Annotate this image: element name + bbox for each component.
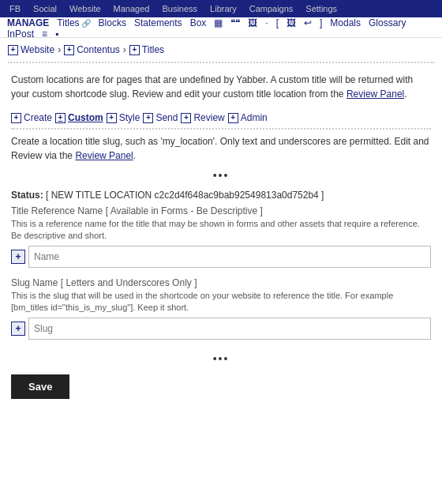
subtab-send[interactable]: + Send [143,112,178,123]
breadcrumb-titles[interactable]: + Titles [129,44,164,55]
separator-2 [11,128,431,130]
slug-label: Slug Name [ Letters and Underscores Only… [11,277,431,288]
slug-desc: This is the slug that will be used in th… [11,290,431,314]
nav2-titles[interactable]: Titles 🔗 [53,17,94,28]
plus-icon-style: + [107,113,117,123]
title-ref-section: Title Reference Name [ Available in Form… [11,205,431,268]
subtab-review[interactable]: + Review [181,112,224,123]
nav-item-managed[interactable]: Managed [107,4,156,13]
plus-icon-create: + [11,113,21,123]
nav2-bracket-open: [ [272,17,283,28]
second-nav: MANAGE Titles 🔗 Blocks Statements Box ▦ … [0,17,442,38]
plus-icon-titles: + [129,45,140,55]
section-description: Create a location title slug, such as 'm… [11,134,431,163]
title-ref-label: Title Reference Name [ Available in Form… [11,205,431,216]
save-btn-row: Save [11,368,431,412]
subtab-style[interactable]: + Style [107,112,140,123]
nav2-box[interactable]: Box [186,17,211,28]
subtab-custom[interactable]: + Custom [55,112,103,123]
ellipsis-2: ••• [11,349,431,368]
nav2-undo: ↩ [300,17,316,28]
sub-tabs: + Create + Custom + Style + Send + Revie… [11,107,431,125]
breadcrumb: + Website › + Contentus › + Titles [0,38,442,58]
nav2-inpost[interactable]: InPost [3,28,38,39]
slug-row: + [11,318,431,340]
nav2-quote: ❝❝ [227,17,244,28]
title-ref-row: + [11,246,431,268]
breadcrumb-website[interactable]: + Website [8,44,54,55]
nav2-bracket-close: ] [316,17,326,28]
title-ref-input[interactable] [28,246,431,268]
main-content: Custom locations are for pages that are … [0,66,442,418]
nav2-icon1: ▦ [210,17,227,28]
nav2-manage[interactable]: MANAGE [3,17,53,28]
nav-item-library[interactable]: Library [204,4,243,13]
nav-item-settings[interactable]: Settings [299,4,343,13]
plus-icon-review: + [181,113,191,123]
nav2-list-icon: ≡ [38,28,51,39]
nav-item-website[interactable]: Website [63,4,107,13]
nav2-blocks[interactable]: Blocks [95,17,130,28]
top-nav: FB Social Website Managed Business Libra… [0,0,442,17]
slug-section: Slug Name [ Letters and Underscores Only… [11,277,431,340]
plus-icon-contentus: + [64,45,74,55]
status-line: Status: [ NEW TITLE LOCATION c2c2d4f648a… [11,190,431,201]
nav2-bracket-icon: 🖼 [283,17,300,28]
nav2-glossary[interactable]: Glossary [365,17,410,28]
link-icon: 🔗 [81,19,91,28]
breadcrumb-contentus[interactable]: + Contentus [64,44,120,55]
nav-item-fb[interactable]: FB [3,4,27,13]
nav2-dot: · [261,17,272,28]
plus-icon-send: + [143,113,153,123]
subtab-admin[interactable]: + Admin [228,112,268,123]
title-ref-desc: This is a reference name for the title t… [11,218,431,243]
slug-plus-btn[interactable]: + [11,322,25,336]
nav2-statements[interactable]: Statements [130,17,186,28]
ellipsis-1: ••• [11,166,431,185]
slug-input[interactable] [28,318,431,340]
title-ref-plus-btn[interactable]: + [11,250,25,264]
nav-item-business[interactable]: Business [155,4,204,13]
separator-1 [8,62,434,63]
review-panel-link-2[interactable]: Review Panel [75,150,133,161]
main-info-text: Custom locations are for pages that are … [11,73,431,101]
nav-item-social[interactable]: Social [27,4,63,13]
review-panel-link-1[interactable]: Review Panel [346,88,404,100]
nav2-video-icon: ▪ [51,28,62,39]
plus-icon-website: + [8,45,18,55]
nav2-modals[interactable]: Modals [326,17,365,28]
nav2-img: 🖼 [244,17,261,28]
subtab-create[interactable]: + Create [11,112,52,123]
save-button[interactable]: Save [11,374,69,399]
plus-icon-admin: + [228,113,238,123]
plus-icon-custom: + [55,113,66,123]
nav-item-campaigns[interactable]: Campaigns [243,4,300,13]
